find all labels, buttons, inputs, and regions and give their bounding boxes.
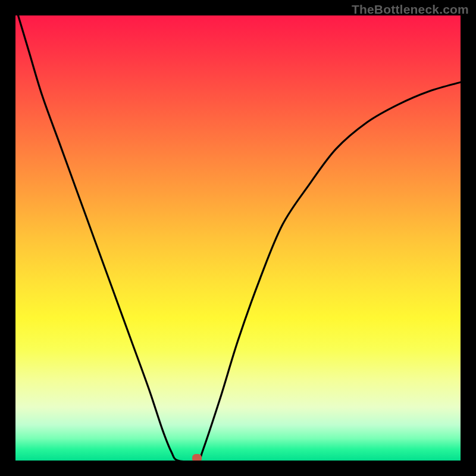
minimum-marker-dot [192,454,202,461]
watermark-text: TheBottleneck.com [352,2,469,17]
plot-area [15,15,461,461]
chart-frame: TheBottleneck.com [0,0,476,476]
v-curve-line [15,15,461,461]
